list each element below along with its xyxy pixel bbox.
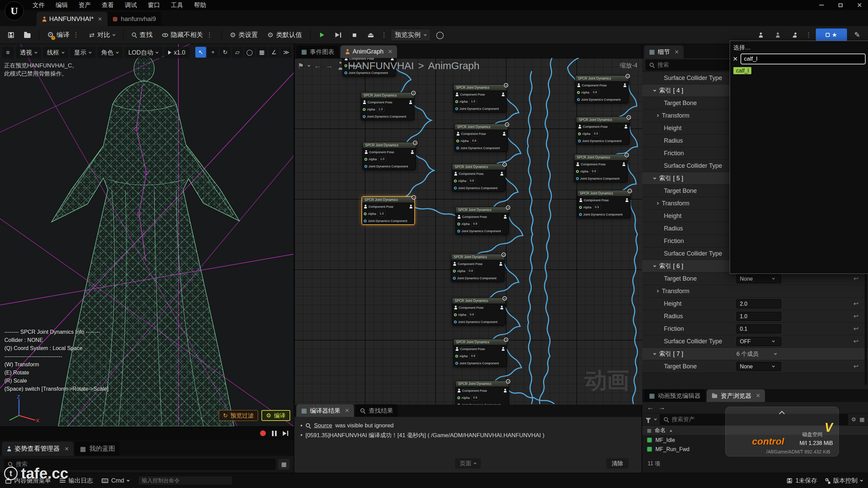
settings-icon[interactable]: ⚙ [851, 416, 856, 423]
pose-input-pin[interactable] [454, 306, 457, 309]
close-icon[interactable]: ✕ [756, 392, 760, 399]
reset-to-default-icon[interactable]: ↩ [853, 338, 859, 345]
tab-details[interactable]: ▦ 细节 ✕ [644, 45, 684, 58]
rotate-tool[interactable]: ↻ [220, 47, 231, 58]
alpha-value[interactable]: 0.8 [591, 90, 599, 95]
component-pin[interactable] [364, 165, 367, 168]
chevron-right-icon[interactable] [656, 114, 659, 117]
alpha-value[interactable]: 0.8 [468, 178, 476, 183]
pose-output-pin[interactable] [501, 347, 505, 351]
property-input[interactable]: 1.0 [736, 312, 781, 321]
tab-anim-preview-editor[interactable]: ▦ 动画预览编辑器 [644, 389, 705, 402]
modes-options-icon[interactable]: ⋮ [805, 31, 812, 39]
preview-filter-button[interactable]: ↻ 预览过滤 [219, 410, 258, 421]
alpha-value[interactable]: 0.8 [468, 312, 476, 317]
chevron-down-icon[interactable] [653, 88, 656, 91]
graph-node-spcr-joint-dynamics[interactable]: SPCR Joint DynamicsComponent PoseAlpha1.… [362, 142, 416, 170]
forward-icon[interactable]: → [658, 404, 665, 411]
save-view-icon[interactable]: ▦ [278, 459, 290, 470]
tab-animgraph[interactable]: AnimGraph ✕ [340, 45, 397, 58]
graph-node-spcr-joint-dynamics[interactable]: SPCR Joint DynamicsComponent PoseAlpha0.… [453, 339, 507, 367]
back-icon[interactable]: ← [314, 61, 321, 70]
graph-node-spcr-joint-dynamics[interactable]: SPCR Joint DynamicsComponent PoseAlpha0.… [455, 207, 509, 235]
breadcrumb-current[interactable]: AnimGraph [428, 60, 479, 72]
pose-input-pin[interactable] [363, 100, 366, 104]
graph-node-spcr-joint-dynamics[interactable]: SPCR Joint DynamicsComponent PoseAlpha0.… [455, 381, 509, 405]
picker-search-input[interactable] [741, 54, 866, 64]
alpha-value[interactable]: 0.5 [593, 205, 601, 210]
record-icon[interactable] [260, 430, 266, 436]
property-select[interactable]: None [736, 362, 781, 371]
pose-input-pin[interactable] [455, 93, 459, 96]
create-asset-icon[interactable] [754, 28, 768, 41]
expand-toolbar-icon[interactable]: ≫ [281, 47, 292, 58]
compile-options-icon[interactable]: ⋮ [72, 31, 80, 39]
stop-button[interactable]: ■ [348, 28, 361, 41]
class-settings-button[interactable]: ⚙ 类设置 [226, 28, 261, 42]
viewport-compile-button[interactable]: ⚙ 编译 [261, 410, 290, 421]
alpha-value[interactable]: 1.0 [378, 157, 386, 162]
forward-icon[interactable]: → [326, 61, 333, 70]
chevron-right-icon[interactable] [656, 202, 659, 205]
close-icon[interactable]: ✕ [388, 48, 392, 55]
pose-input-pin[interactable] [456, 132, 460, 136]
menu-item-编辑[interactable]: 编辑 [50, 0, 73, 10]
preview-viewport[interactable]: ≡ 透视线框显示角色LOD自动 x1.0 ↖ + ↻ ▱ ◯ ▦ ∠ ≫ 正在预… [0, 44, 294, 426]
pose-input-pin[interactable] [576, 162, 579, 166]
graph-node-spcr-joint-dynamics[interactable]: SPCR Joint DynamicsComponent PoseAlpha0.… [451, 254, 505, 282]
property-input[interactable]: 0.1 [736, 324, 781, 333]
graph-node-spcr-joint-dynamics[interactable]: SPCR Joint DynamicsComponent PoseAlpha0.… [576, 117, 630, 145]
pose-output-pin[interactable] [504, 215, 507, 219]
hide-unrelated-options-icon[interactable]: ⋮ [206, 31, 213, 39]
angle-snap-icon[interactable]: ∠ [269, 47, 279, 58]
pose-output-pin[interactable] [504, 389, 507, 392]
close-icon[interactable]: ✕ [345, 407, 349, 414]
alpha-pin[interactable] [455, 355, 458, 358]
frame-skip-button[interactable] [332, 28, 345, 41]
chevron-down-icon[interactable] [308, 64, 310, 66]
component-pin[interactable] [577, 98, 580, 101]
chevron-down-icon[interactable] [653, 176, 656, 179]
alpha-value[interactable]: 1.0 [469, 99, 477, 104]
browse-content-icon[interactable] [20, 28, 34, 41]
alpha-pin[interactable] [457, 396, 460, 399]
graph-node-spcr-joint-dynamics[interactable]: SPCR Joint DynamicsComponent PoseAlpha1.… [361, 92, 414, 120]
component-pin[interactable] [576, 177, 579, 180]
graph-node-spcr-joint-dynamics[interactable]: SPCR Joint DynamicsComponent PoseAlpha1.… [361, 196, 415, 225]
tab-pose-watch-manager[interactable]: 姿势查看管理器 ✕ [2, 442, 74, 456]
anim-mode-icon[interactable] [788, 28, 802, 41]
pose-output-pin[interactable] [411, 150, 414, 154]
class-defaults-button[interactable]: ⚙ 类默认值 [264, 28, 305, 42]
graph-node-spcr-joint-dynamics[interactable]: SPCR Joint DynamicsComponent PoseAlpha0.… [575, 75, 629, 103]
pose-input-pin[interactable] [457, 215, 461, 219]
menu-item-资产[interactable]: 资产 [73, 0, 96, 10]
graph-node-spcr-joint-dynamics[interactable]: SPCR Joint DynamicsComponent PoseAlpha0.… [574, 154, 628, 182]
alpha-pin[interactable] [577, 91, 580, 94]
brush-icon[interactable]: ✎ [850, 28, 864, 41]
alpha-value[interactable]: 0.8 [590, 169, 598, 174]
graph-node-spcr-joint-dynamics[interactable]: SPCR Joint DynamicsComponent PoseAlpha0.… [452, 298, 506, 326]
property-input[interactable]: 2.0 [736, 299, 781, 308]
alpha-value[interactable]: 0.8 [467, 268, 475, 273]
alpha-pin[interactable] [576, 170, 579, 173]
component-pin[interactable] [453, 277, 456, 280]
pose-input-pin[interactable] [577, 83, 580, 87]
viewport-tool-角色[interactable]: 角色 [97, 47, 122, 58]
reset-to-default-icon[interactable]: ↩ [853, 363, 859, 370]
pose-input-pin[interactable] [578, 125, 581, 128]
name-column-header[interactable]: 命名 [655, 427, 666, 434]
picker-item[interactable]: calf_l [730, 66, 868, 76]
alpha-pin[interactable] [454, 313, 457, 316]
component-pin[interactable] [454, 187, 457, 189]
compile-button[interactable]: ⚙? 编译 ⋮ [44, 28, 83, 42]
close-icon[interactable]: ✕ [98, 16, 102, 22]
menu-item-调试[interactable]: 调试 [119, 0, 142, 10]
alpha-value[interactable]: 1.0 [378, 211, 386, 216]
reset-to-default-icon[interactable]: ↩ [853, 325, 859, 332]
menu-item-查看[interactable]: 查看 [96, 0, 119, 10]
pose-input-pin[interactable] [364, 150, 368, 154]
reset-to-default-icon[interactable]: ↩ [853, 312, 859, 320]
component-pin[interactable] [455, 107, 458, 110]
close-icon[interactable]: ✕ [674, 49, 679, 55]
collapse-chevron-icon[interactable] [779, 411, 785, 417]
